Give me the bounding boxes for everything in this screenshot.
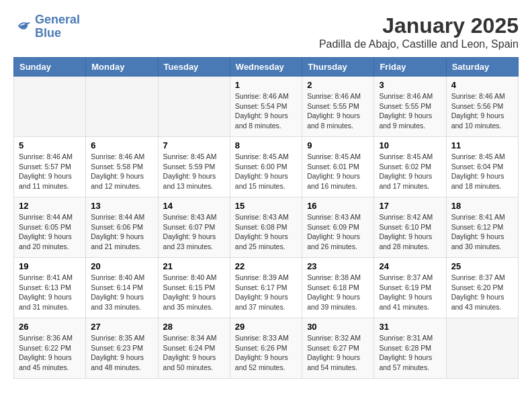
col-sunday: Sunday <box>14 58 86 77</box>
day-info: Sunrise: 8:37 AMSunset: 6:20 PMDaylight:… <box>451 273 513 312</box>
table-row: 1Sunrise: 8:46 AMSunset: 5:54 PMDaylight… <box>230 77 302 137</box>
table-row: 28Sunrise: 8:34 AMSunset: 6:24 PMDayligh… <box>158 318 230 379</box>
day-info: Sunrise: 8:46 AMSunset: 5:58 PMDaylight:… <box>91 152 152 191</box>
day-info: Sunrise: 8:46 AMSunset: 5:57 PMDaylight:… <box>19 152 81 191</box>
day-number: 31 <box>379 322 441 332</box>
day-number: 15 <box>235 201 297 211</box>
table-row: 18Sunrise: 8:41 AMSunset: 6:12 PMDayligh… <box>446 197 518 258</box>
day-info: Sunrise: 8:46 AMSunset: 5:55 PMDaylight:… <box>307 91 369 131</box>
header: General Blue January 2025 Padilla de Aba… <box>13 13 519 50</box>
logo-text: General Blue <box>35 13 80 40</box>
col-thursday: Thursday <box>302 58 374 77</box>
day-number: 3 <box>379 80 441 90</box>
day-info: Sunrise: 8:43 AMSunset: 6:08 PMDaylight:… <box>235 212 297 252</box>
table-row: 4Sunrise: 8:46 AMSunset: 5:56 PMDaylight… <box>446 77 518 137</box>
table-row: 19Sunrise: 8:41 AMSunset: 6:13 PMDayligh… <box>14 258 86 318</box>
day-number: 23 <box>307 261 369 271</box>
table-row: 14Sunrise: 8:43 AMSunset: 6:07 PMDayligh… <box>158 197 230 258</box>
col-saturday: Saturday <box>446 58 518 77</box>
table-row: 25Sunrise: 8:37 AMSunset: 6:20 PMDayligh… <box>446 258 518 318</box>
logo-icon <box>13 17 32 36</box>
calendar-header-row: Sunday Monday Tuesday Wednesday Thursday… <box>14 58 519 77</box>
day-number: 6 <box>91 140 152 150</box>
calendar-week-row: 26Sunrise: 8:36 AMSunset: 6:22 PMDayligh… <box>14 318 519 379</box>
table-row: 22Sunrise: 8:39 AMSunset: 6:17 PMDayligh… <box>230 258 302 318</box>
day-info: Sunrise: 8:46 AMSunset: 5:56 PMDaylight:… <box>451 91 513 131</box>
day-number: 25 <box>451 261 513 271</box>
day-info: Sunrise: 8:40 AMSunset: 6:15 PMDaylight:… <box>163 273 225 312</box>
table-row <box>14 77 86 137</box>
col-tuesday: Tuesday <box>158 58 230 77</box>
table-row: 8Sunrise: 8:45 AMSunset: 6:00 PMDaylight… <box>230 137 302 197</box>
day-number: 1 <box>235 80 297 90</box>
table-row: 31Sunrise: 8:31 AMSunset: 6:28 PMDayligh… <box>374 318 446 379</box>
day-info: Sunrise: 8:46 AMSunset: 5:55 PMDaylight:… <box>379 91 441 131</box>
day-number: 16 <box>307 201 369 211</box>
table-row: 6Sunrise: 8:46 AMSunset: 5:58 PMDaylight… <box>86 137 158 197</box>
day-info: Sunrise: 8:34 AMSunset: 6:24 PMDaylight:… <box>163 333 225 373</box>
day-number: 21 <box>163 261 225 271</box>
day-info: Sunrise: 8:38 AMSunset: 6:18 PMDaylight:… <box>307 273 369 312</box>
day-number: 26 <box>19 322 81 332</box>
day-number: 29 <box>235 322 297 332</box>
day-number: 5 <box>19 140 81 150</box>
table-row: 23Sunrise: 8:38 AMSunset: 6:18 PMDayligh… <box>302 258 374 318</box>
table-row <box>86 77 158 137</box>
col-monday: Monday <box>86 58 158 77</box>
day-number: 28 <box>163 322 225 332</box>
table-row: 10Sunrise: 8:45 AMSunset: 6:02 PMDayligh… <box>374 137 446 197</box>
day-info: Sunrise: 8:43 AMSunset: 6:07 PMDaylight:… <box>163 212 225 252</box>
day-info: Sunrise: 8:43 AMSunset: 6:09 PMDaylight:… <box>307 212 369 252</box>
table-row: 30Sunrise: 8:32 AMSunset: 6:27 PMDayligh… <box>302 318 374 379</box>
day-info: Sunrise: 8:45 AMSunset: 6:00 PMDaylight:… <box>235 152 297 191</box>
col-friday: Friday <box>374 58 446 77</box>
table-row: 5Sunrise: 8:46 AMSunset: 5:57 PMDaylight… <box>14 137 86 197</box>
logo: General Blue <box>13 13 80 40</box>
day-info: Sunrise: 8:33 AMSunset: 6:26 PMDaylight:… <box>235 333 297 373</box>
day-number: 10 <box>379 140 441 150</box>
table-row: 15Sunrise: 8:43 AMSunset: 6:08 PMDayligh… <box>230 197 302 258</box>
table-row: 13Sunrise: 8:44 AMSunset: 6:06 PMDayligh… <box>86 197 158 258</box>
day-number: 20 <box>91 261 152 271</box>
calendar-title: January 2025 <box>319 13 519 38</box>
day-number: 19 <box>19 261 81 271</box>
table-row: 27Sunrise: 8:35 AMSunset: 6:23 PMDayligh… <box>86 318 158 379</box>
table-row: 2Sunrise: 8:46 AMSunset: 5:55 PMDaylight… <box>302 77 374 137</box>
day-number: 12 <box>19 201 81 211</box>
day-number: 9 <box>307 140 369 150</box>
day-number: 30 <box>307 322 369 332</box>
day-number: 27 <box>91 322 152 332</box>
table-row: 29Sunrise: 8:33 AMSunset: 6:26 PMDayligh… <box>230 318 302 379</box>
day-number: 13 <box>91 201 152 211</box>
day-number: 17 <box>379 201 441 211</box>
day-number: 18 <box>451 201 513 211</box>
day-info: Sunrise: 8:32 AMSunset: 6:27 PMDaylight:… <box>307 333 369 373</box>
table-row: 24Sunrise: 8:37 AMSunset: 6:19 PMDayligh… <box>374 258 446 318</box>
day-info: Sunrise: 8:45 AMSunset: 6:01 PMDaylight:… <box>307 152 369 191</box>
table-row: 21Sunrise: 8:40 AMSunset: 6:15 PMDayligh… <box>158 258 230 318</box>
table-row: 20Sunrise: 8:40 AMSunset: 6:14 PMDayligh… <box>86 258 158 318</box>
day-number: 22 <box>235 261 297 271</box>
table-row <box>446 318 518 379</box>
day-number: 11 <box>451 140 513 150</box>
day-number: 24 <box>379 261 441 271</box>
day-info: Sunrise: 8:36 AMSunset: 6:22 PMDaylight:… <box>19 333 81 373</box>
day-info: Sunrise: 8:45 AMSunset: 6:04 PMDaylight:… <box>451 152 513 191</box>
calendar-week-row: 12Sunrise: 8:44 AMSunset: 6:05 PMDayligh… <box>14 197 519 258</box>
table-row: 12Sunrise: 8:44 AMSunset: 6:05 PMDayligh… <box>14 197 86 258</box>
col-wednesday: Wednesday <box>230 58 302 77</box>
day-number: 7 <box>163 140 225 150</box>
day-info: Sunrise: 8:45 AMSunset: 6:02 PMDaylight:… <box>379 152 441 191</box>
table-row: 3Sunrise: 8:46 AMSunset: 5:55 PMDaylight… <box>374 77 446 137</box>
day-info: Sunrise: 8:35 AMSunset: 6:23 PMDaylight:… <box>91 333 152 373</box>
day-info: Sunrise: 8:31 AMSunset: 6:28 PMDaylight:… <box>379 333 441 373</box>
table-row: 26Sunrise: 8:36 AMSunset: 6:22 PMDayligh… <box>14 318 86 379</box>
table-row: 11Sunrise: 8:45 AMSunset: 6:04 PMDayligh… <box>446 137 518 197</box>
day-info: Sunrise: 8:45 AMSunset: 5:59 PMDaylight:… <box>163 152 225 191</box>
day-number: 4 <box>451 80 513 90</box>
day-info: Sunrise: 8:39 AMSunset: 6:17 PMDaylight:… <box>235 273 297 312</box>
table-row <box>158 77 230 137</box>
calendar-week-row: 1Sunrise: 8:46 AMSunset: 5:54 PMDaylight… <box>14 77 519 137</box>
calendar-subtitle: Padilla de Abajo, Castille and Leon, Spa… <box>319 38 519 50</box>
table-row: 9Sunrise: 8:45 AMSunset: 6:01 PMDaylight… <box>302 137 374 197</box>
